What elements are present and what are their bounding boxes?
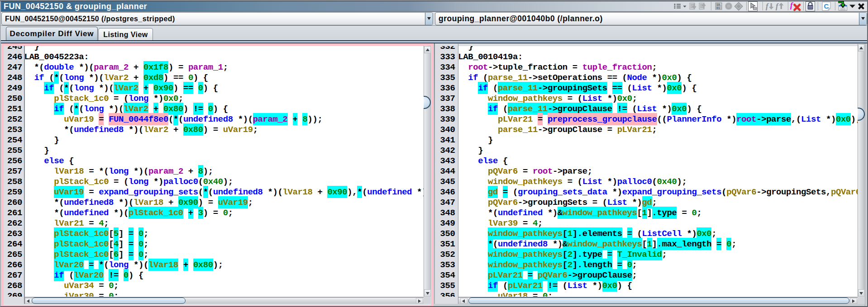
svg-text:f: f — [776, 2, 779, 10]
svg-text:01: 01 — [716, 7, 720, 10]
svg-text:f: f — [790, 1, 794, 9]
svg-text:f: f — [766, 2, 769, 10]
svg-text:C: C — [824, 2, 829, 10]
